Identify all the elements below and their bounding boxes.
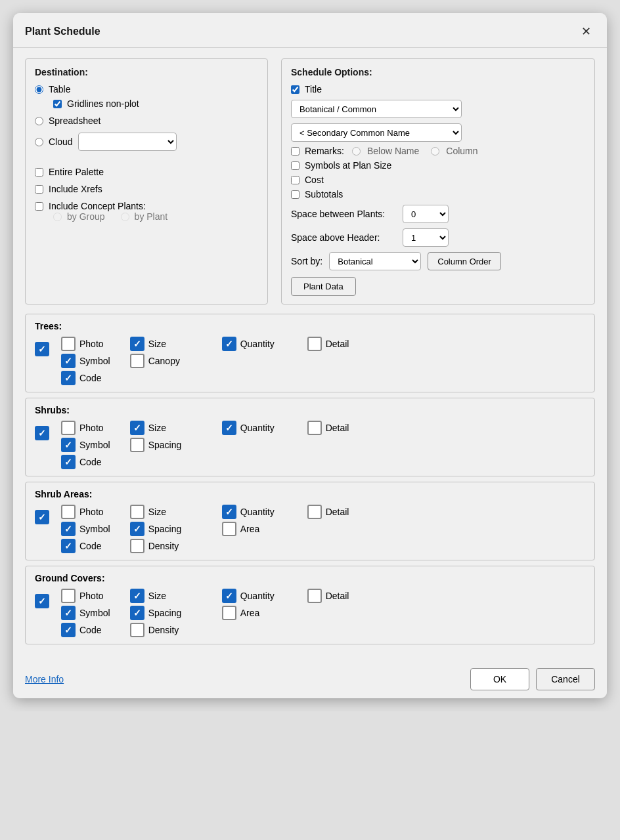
symbols-row: Symbols at Plan Size [291, 160, 585, 171]
remarks-checkbox[interactable] [291, 147, 299, 156]
ground-covers-spacing-label: Spacing [148, 608, 182, 618]
include-concept-checkbox[interactable] [35, 202, 43, 211]
subtotals-checkbox[interactable] [291, 190, 299, 199]
remarks-label[interactable]: Remarks: [305, 146, 344, 156]
shrub-areas-density-checkbox[interactable] [130, 539, 144, 553]
sort-by-dropdown[interactable]: BotanicalCommonCode [329, 252, 421, 270]
trees-detail-checkbox[interactable] [307, 337, 322, 351]
shrub-areas-area-label: Area [240, 524, 260, 534]
shrub-areas-symbol-row: ✓ Symbol [61, 522, 110, 536]
ground-covers-size-row: ✓ Size [130, 589, 202, 603]
secondary-common-dropdown[interactable]: < Secondary Common Name [291, 123, 462, 142]
shrubs-main-checkbox[interactable]: ✓ [35, 426, 49, 440]
cost-label[interactable]: Cost [305, 175, 324, 185]
include-xrefs-checkbox[interactable] [35, 185, 43, 194]
spreadsheet-label[interactable]: Spreadsheet [49, 116, 100, 126]
sort-by-label: Sort by: [291, 256, 322, 266]
gridlines-checkbox[interactable] [53, 100, 62, 108]
column-label: Column [446, 146, 477, 156]
shrub-areas-photo-sym-code: Photo ✓ Symbol ✓ Code [61, 505, 110, 553]
ground-covers-area-row: Area [222, 606, 288, 620]
shrubs-photo-checkbox[interactable] [61, 421, 76, 435]
shrub-areas-qty-col: ✓ Quantity Area [222, 505, 288, 536]
shrub-areas-detail-checkbox[interactable] [307, 505, 322, 519]
shrubs-spacing-checkbox[interactable] [130, 438, 144, 452]
ground-covers-density-checkbox[interactable] [130, 623, 144, 637]
below-name-radio[interactable] [352, 147, 361, 156]
shrub-areas-quantity-checkbox[interactable]: ✓ [222, 505, 236, 519]
spreadsheet-radio[interactable] [35, 117, 43, 125]
close-button[interactable]: ✕ [577, 22, 595, 41]
gridlines-label[interactable]: Gridlines non-plot [67, 98, 139, 109]
ok-button[interactable]: OK [470, 668, 529, 690]
symbols-checkbox[interactable] [291, 161, 299, 170]
ground-covers-symbol-label: Symbol [79, 608, 110, 618]
trees-photo-checkbox[interactable] [61, 337, 76, 351]
shrubs-photo-label: Photo [79, 423, 104, 433]
trees-label: Trees: [35, 321, 585, 331]
more-info-link[interactable]: More Info [25, 674, 64, 684]
by-group-radio[interactable] [53, 213, 62, 221]
ground-covers-size-checkbox[interactable]: ✓ [130, 589, 144, 603]
shrubs-qty-col: ✓ Quantity [222, 421, 288, 435]
ground-covers-code-checkbox[interactable]: ✓ [61, 623, 76, 637]
shrubs-detail-checkbox[interactable] [307, 421, 322, 435]
cloud-label[interactable]: Cloud [49, 136, 73, 147]
cloud-dropdown[interactable] [78, 133, 177, 151]
shrubs-quantity-checkbox[interactable]: ✓ [222, 421, 236, 435]
ground-covers-spacing-checkbox[interactable]: ✓ [130, 606, 144, 620]
shrub-areas-photo-checkbox[interactable] [61, 505, 76, 519]
shrubs-code-checkbox[interactable]: ✓ [61, 455, 76, 469]
table-radio[interactable] [35, 85, 43, 94]
include-concept-label[interactable]: Include Concept Plants: [49, 201, 146, 211]
botanical-common-dropdown[interactable]: Botanical / Common [291, 100, 462, 118]
trees-canopy-checkbox[interactable] [130, 354, 144, 368]
cost-checkbox[interactable] [291, 176, 299, 184]
title-checkbox[interactable] [291, 85, 299, 94]
shrub-areas-main-checkbox[interactable]: ✓ [35, 510, 49, 524]
cloud-radio[interactable] [35, 138, 43, 146]
shrubs-size-checkbox[interactable]: ✓ [130, 421, 144, 435]
trees-quantity-checkbox[interactable]: ✓ [222, 337, 236, 351]
shrub-areas-size-checkbox[interactable] [130, 505, 144, 519]
shrub-areas-code-checkbox[interactable]: ✓ [61, 539, 76, 553]
trees-size-checkbox[interactable]: ✓ [130, 337, 144, 351]
shrub-areas-spacing-checkbox[interactable]: ✓ [130, 522, 144, 536]
plant-data-button[interactable]: Plant Data [291, 277, 356, 296]
include-xrefs-label[interactable]: Include Xrefs [49, 184, 102, 194]
trees-size-row: ✓ Size [130, 337, 202, 351]
trees-symbol-checkbox[interactable]: ✓ [61, 354, 76, 368]
cost-row: Cost [291, 175, 585, 185]
gridlines-row: Gridlines non-plot [53, 98, 258, 109]
ground-covers-photo-sym-code: Photo ✓ Symbol ✓ Code [61, 589, 110, 637]
shrubs-row: ✓ Photo ✓ Symbol ✓ Code [35, 421, 585, 469]
shrubs-symbol-checkbox[interactable]: ✓ [61, 438, 76, 452]
ground-covers-photo-checkbox[interactable] [61, 589, 76, 603]
ok-cancel-group: OK Cancel [470, 668, 595, 690]
ground-covers-area-checkbox[interactable] [222, 606, 236, 620]
column-order-button[interactable]: Column Order [428, 252, 501, 270]
subtotals-label[interactable]: Subtotals [305, 189, 343, 200]
shrub-areas-density-label: Density [148, 541, 179, 551]
ground-covers-detail-checkbox[interactable] [307, 589, 322, 603]
by-plant-radio[interactable] [121, 213, 129, 221]
ground-covers-symbol-checkbox[interactable]: ✓ [61, 606, 76, 620]
ground-covers-area-label: Area [240, 608, 260, 618]
trees-code-checkbox[interactable]: ✓ [61, 371, 76, 385]
shrubs-spacing-row: Spacing [130, 438, 202, 452]
shrub-areas-area-checkbox[interactable] [222, 522, 236, 536]
title-label[interactable]: Title [305, 84, 322, 94]
ground-covers-main-checkbox[interactable]: ✓ [35, 594, 49, 608]
space-above-dropdown[interactable]: 0123 [403, 228, 449, 247]
table-label[interactable]: Table [49, 84, 70, 94]
column-radio[interactable] [431, 147, 439, 156]
cancel-button[interactable]: Cancel [536, 668, 595, 690]
entire-palette-checkbox[interactable] [35, 168, 43, 177]
entire-palette-label[interactable]: Entire Palette [49, 167, 104, 177]
symbols-label[interactable]: Symbols at Plan Size [305, 160, 391, 171]
trees-main-checkbox[interactable]: ✓ [35, 342, 49, 356]
space-between-dropdown[interactable]: 0123 [403, 205, 449, 223]
ground-covers-quantity-checkbox[interactable]: ✓ [222, 589, 236, 603]
shrub-areas-symbol-checkbox[interactable]: ✓ [61, 522, 76, 536]
ground-covers-quantity-label: Quantity [240, 591, 275, 601]
